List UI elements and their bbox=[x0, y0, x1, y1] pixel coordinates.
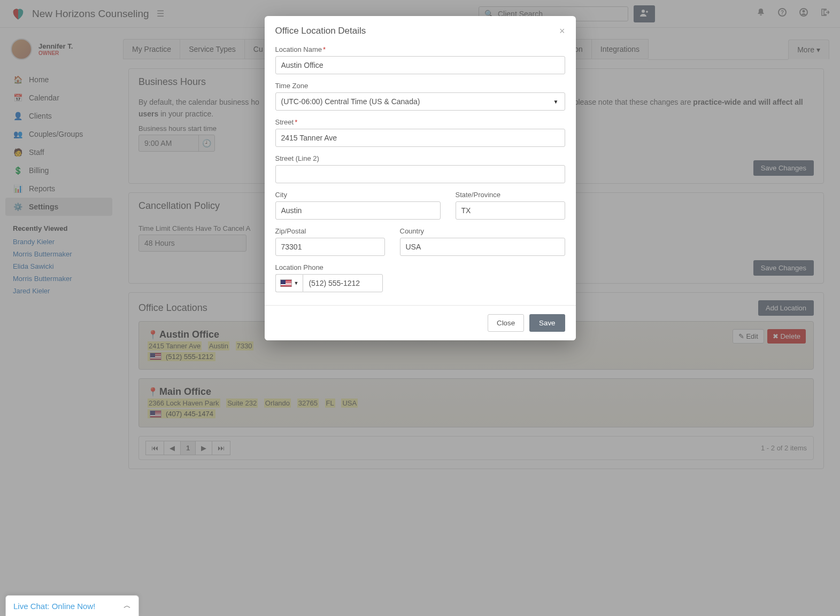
timezone-select[interactable]: ▼ bbox=[275, 92, 565, 111]
caret-down-icon: ▼ bbox=[553, 99, 559, 105]
state-input[interactable] bbox=[456, 201, 565, 220]
caret-down-icon: ▼ bbox=[294, 280, 299, 286]
street2-label: Street (Line 2) bbox=[275, 154, 565, 162]
modal-title: Office Location Details bbox=[275, 26, 366, 37]
live-chat-widget[interactable]: Live Chat: Online Now! ︿ bbox=[5, 595, 139, 616]
modal-backdrop: Office Location Details × Location Name*… bbox=[0, 0, 840, 616]
zip-input[interactable] bbox=[275, 238, 385, 256]
location-name-input[interactable] bbox=[275, 56, 565, 74]
us-flag-icon bbox=[280, 279, 292, 287]
office-location-modal: Office Location Details × Location Name*… bbox=[265, 16, 576, 340]
timezone-value[interactable] bbox=[275, 92, 565, 111]
country-input[interactable] bbox=[400, 238, 565, 256]
street-label: Street* bbox=[275, 118, 565, 126]
live-chat-label: Live Chat: Online Now! bbox=[13, 602, 95, 611]
country-label: Country bbox=[400, 227, 565, 235]
location-name-label: Location Name* bbox=[275, 45, 565, 53]
street2-input[interactable] bbox=[275, 165, 565, 183]
street-input[interactable] bbox=[275, 129, 565, 147]
phone-input[interactable] bbox=[303, 274, 383, 292]
timezone-label: Time Zone bbox=[275, 82, 565, 90]
state-label: State/Province bbox=[456, 191, 565, 199]
modal-save-button[interactable]: Save bbox=[529, 314, 565, 332]
city-input[interactable] bbox=[275, 201, 441, 220]
close-icon[interactable]: × bbox=[559, 26, 565, 37]
chevron-up-icon[interactable]: ︿ bbox=[124, 601, 131, 611]
city-label: City bbox=[275, 191, 441, 199]
phone-country-picker[interactable]: ▼ bbox=[275, 274, 303, 292]
modal-close-button[interactable]: Close bbox=[488, 314, 524, 332]
phone-label: Location Phone bbox=[275, 263, 565, 271]
zip-label: Zip/Postal bbox=[275, 227, 385, 235]
